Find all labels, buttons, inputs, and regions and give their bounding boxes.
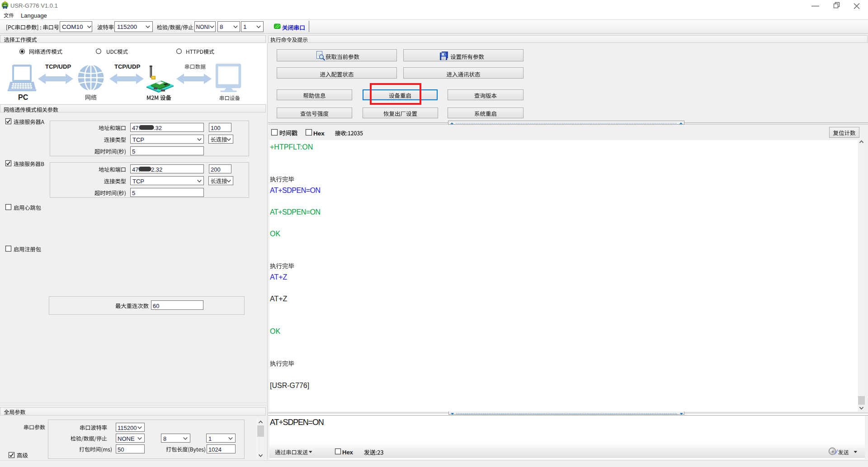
svg-text:Hex: Hex [313,130,325,137]
